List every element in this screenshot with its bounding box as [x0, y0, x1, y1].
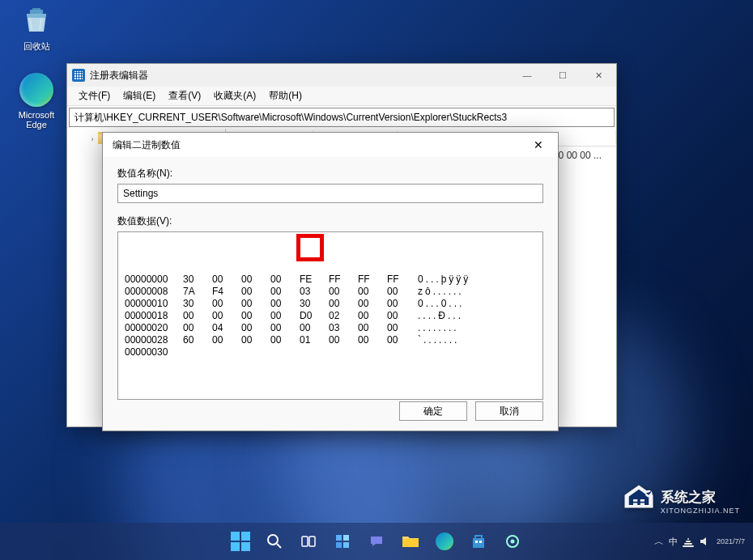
- chevron-right-icon: ›: [88, 135, 96, 143]
- svg-rect-7: [336, 542, 342, 548]
- menu-help[interactable]: 帮助(H): [262, 87, 308, 105]
- hex-row[interactable]: 000000087AF4000003000000zô......: [125, 286, 536, 298]
- taskbar-edge[interactable]: [430, 527, 459, 556]
- regedit-title: 注册表编辑器: [90, 69, 509, 83]
- recyclebin-label: 回收站: [8, 40, 65, 53]
- svg-point-12: [511, 540, 515, 544]
- hex-row[interactable]: 0000001800000000D0020000....Ð...: [125, 310, 536, 322]
- volume-icon[interactable]: [699, 536, 710, 547]
- menu-file[interactable]: 文件(F): [72, 87, 117, 105]
- taskbar-tray: ︿ 中 2021/7/7: [654, 535, 745, 549]
- hex-row[interactable]: 000000200004000000030000........: [125, 322, 536, 334]
- hex-row[interactable]: 000000286000000001000000`.......: [125, 334, 536, 346]
- ime-icon[interactable]: 中: [669, 536, 678, 548]
- minimize-button[interactable]: —: [509, 64, 545, 87]
- taskbar-explorer[interactable]: [396, 527, 425, 556]
- dialog-close-button[interactable]: ✕: [525, 135, 551, 155]
- taskbar-chat[interactable]: [362, 527, 391, 556]
- svg-rect-6: [343, 535, 349, 541]
- gear-icon: [504, 533, 521, 549]
- svg-rect-8: [343, 542, 349, 548]
- svg-rect-4: [309, 537, 315, 546]
- network-icon[interactable]: [683, 536, 694, 547]
- menu-view[interactable]: 查看(V): [162, 87, 207, 105]
- watermark-url: XITONGZHIJIA.NET: [661, 507, 740, 515]
- taskview-icon: [300, 533, 317, 549]
- regedit-menubar: 文件(F) 编辑(E) 查看(V) 收藏夹(A) 帮助(H): [67, 87, 616, 106]
- svg-rect-3: [302, 537, 308, 546]
- ok-button[interactable]: 确定: [399, 401, 467, 421]
- edge-label: Microsoft Edge: [8, 110, 65, 129]
- svg-point-2: [268, 535, 278, 545]
- widgets-icon: [334, 533, 351, 549]
- dialog-titlebar[interactable]: 编辑二进制数值 ✕: [103, 133, 558, 157]
- hex-row[interactable]: 00000030: [125, 346, 536, 358]
- dialog-title: 编辑二进制数值: [113, 138, 525, 152]
- taskbar-clock[interactable]: 2021/7/7: [717, 537, 745, 546]
- close-button[interactable]: ✕: [581, 64, 616, 87]
- watermark-icon: [622, 482, 656, 520]
- taskbar-search[interactable]: [260, 527, 289, 556]
- desktop-icon-edge[interactable]: Microsoft Edge: [8, 73, 65, 129]
- folder-icon: [402, 534, 419, 549]
- chevron-up-icon[interactable]: ︿: [654, 535, 664, 549]
- search-icon: [266, 533, 283, 549]
- edge-icon: [19, 73, 53, 107]
- taskbar-taskview[interactable]: [294, 527, 323, 556]
- value-name-label: 数值名称(N):: [117, 167, 543, 180]
- start-button[interactable]: [226, 527, 255, 556]
- value-name-input[interactable]: [117, 184, 543, 203]
- regedit-addressbar[interactable]: 计算机\HKEY_CURRENT_USER\Software\Microsoft…: [69, 108, 615, 127]
- taskbar-widgets[interactable]: [328, 527, 357, 556]
- taskbar: ︿ 中 2021/7/7: [0, 523, 753, 560]
- edge-icon: [436, 532, 453, 550]
- hex-row[interactable]: 0000000030000000FEFFFFFF0...þÿÿÿ: [125, 274, 536, 286]
- edit-binary-dialog: 编辑二进制数值 ✕ 数值名称(N): 数值数据(V): 000000003000…: [102, 132, 559, 431]
- hex-editor[interactable]: 0000000030000000FEFFFFFF0...þÿÿÿ00000008…: [117, 231, 543, 400]
- svg-rect-10: [479, 541, 482, 543]
- watermark-brand: 系统之家: [661, 488, 740, 507]
- svg-rect-9: [475, 541, 478, 543]
- regedit-titlebar[interactable]: 注册表编辑器 — ☐ ✕: [67, 64, 616, 87]
- value-data-label: 数值数据(V):: [117, 214, 543, 228]
- cancel-button[interactable]: 取消: [475, 401, 543, 421]
- watermark: 系统之家 XITONGZHIJIA.NET: [622, 482, 740, 520]
- menu-edit[interactable]: 编辑(E): [117, 87, 162, 105]
- taskbar-settings[interactable]: [498, 527, 527, 556]
- hex-row[interactable]: 0000001030000000300000000...0...: [125, 298, 536, 310]
- windows-logo-icon: [231, 532, 250, 551]
- desktop-icon-recyclebin[interactable]: 回收站: [8, 3, 65, 53]
- regedit-app-icon: [72, 69, 85, 82]
- maximize-button[interactable]: ☐: [545, 64, 581, 87]
- store-icon: [470, 533, 487, 549]
- svg-rect-0: [30, 10, 43, 14]
- menu-favorites[interactable]: 收藏夹(A): [207, 87, 262, 105]
- recyclebin-icon: [19, 3, 53, 37]
- chat-icon: [368, 533, 385, 549]
- taskbar-store[interactable]: [464, 527, 493, 556]
- svg-rect-5: [336, 535, 342, 541]
- highlight-box: [296, 234, 324, 261]
